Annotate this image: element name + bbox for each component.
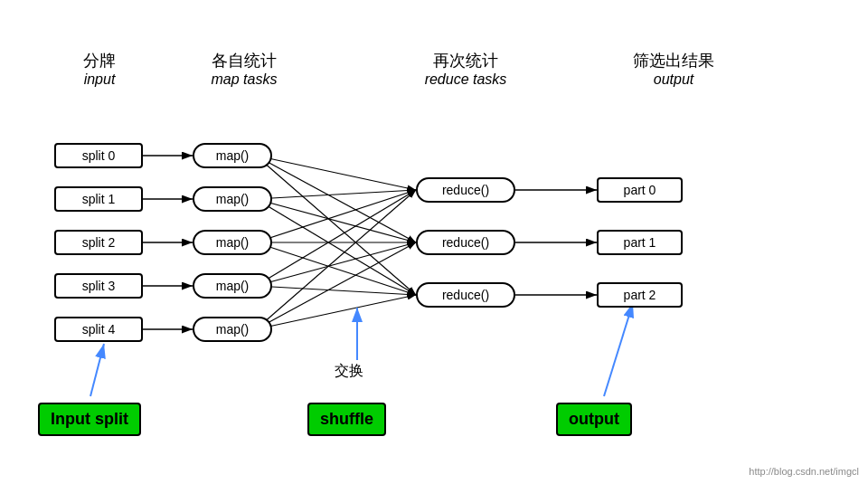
col-chinese-output: 筛选出结果 xyxy=(615,50,732,71)
col-english-input: input xyxy=(50,71,149,88)
split-2: split 2 xyxy=(54,230,143,255)
annotation-shuffle-chinese: 交换 xyxy=(335,362,363,381)
part-2: part 2 xyxy=(597,282,683,308)
label-shuffle: shuffle xyxy=(307,403,386,436)
col-chinese-reduce: 再次统计 xyxy=(398,50,533,71)
col-label-output: 筛选出结果 output xyxy=(615,50,732,88)
col-english-output: output xyxy=(615,71,732,88)
col-label-reduce: 再次统计 reduce tasks xyxy=(398,50,533,88)
svg-line-16 xyxy=(256,242,416,286)
col-label-input: 分牌 input xyxy=(50,50,149,88)
svg-line-10 xyxy=(256,199,416,242)
col-chinese-map: 各自统计 xyxy=(190,50,298,71)
split-3: split 3 xyxy=(54,273,143,299)
svg-line-19 xyxy=(256,242,416,329)
part-0: part 0 xyxy=(597,177,683,203)
svg-line-17 xyxy=(256,286,416,295)
reduce-2: reduce() xyxy=(416,282,515,308)
svg-line-27 xyxy=(90,344,104,396)
col-label-map: 各自统计 map tasks xyxy=(190,50,298,88)
diagram-container: 分牌 input 各自统计 map tasks 再次统计 reduce task… xyxy=(0,0,868,484)
map-4: map() xyxy=(193,317,272,342)
label-output: output xyxy=(556,403,632,436)
map-0: map() xyxy=(193,143,272,168)
reduce-1: reduce() xyxy=(416,230,515,255)
map-2: map() xyxy=(193,230,272,255)
svg-line-15 xyxy=(256,190,416,286)
col-english-map: map tasks xyxy=(190,71,298,88)
label-input-split: Input split xyxy=(38,403,141,436)
split-0: split 0 xyxy=(54,143,143,168)
svg-line-9 xyxy=(256,190,416,199)
svg-line-11 xyxy=(256,199,416,295)
col-chinese-input: 分牌 xyxy=(50,50,149,71)
svg-line-18 xyxy=(256,190,416,329)
col-english-reduce: reduce tasks xyxy=(398,71,533,88)
svg-line-12 xyxy=(256,190,416,242)
map-1: map() xyxy=(193,186,272,212)
split-1: split 1 xyxy=(54,186,143,212)
part-1: part 1 xyxy=(597,230,683,255)
svg-line-7 xyxy=(256,156,416,242)
svg-line-6 xyxy=(256,156,416,190)
map-3: map() xyxy=(193,273,272,299)
watermark: http://blog.csdn.net/imgcl xyxy=(749,466,859,477)
svg-line-14 xyxy=(256,242,416,295)
svg-line-20 xyxy=(256,295,416,329)
split-4: split 4 xyxy=(54,317,143,342)
svg-line-8 xyxy=(256,156,416,295)
reduce-0: reduce() xyxy=(416,177,515,203)
svg-line-29 xyxy=(604,303,633,396)
